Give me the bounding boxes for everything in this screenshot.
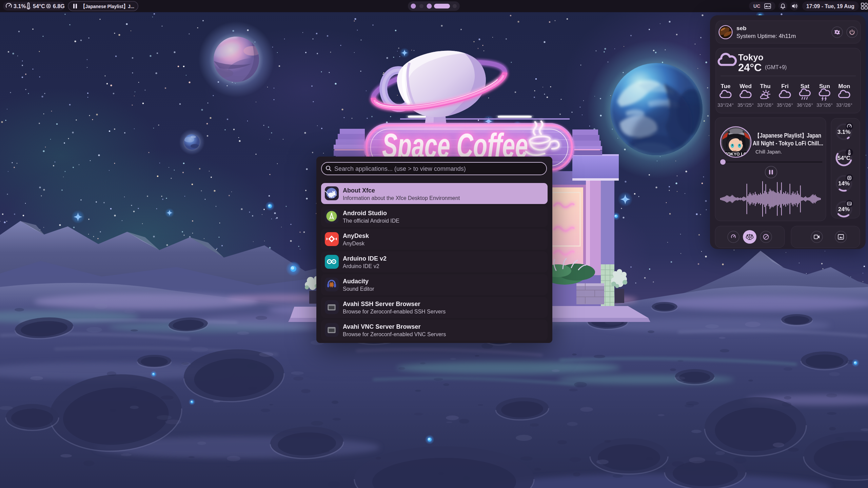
svg-text:seb: seb xyxy=(736,25,746,32)
svg-text:Fri: Fri xyxy=(781,83,789,89)
svg-text:(GMT+9): (GMT+9) xyxy=(765,64,787,70)
svg-text:54°C: 54°C xyxy=(33,3,45,9)
svg-text:Thu: Thu xyxy=(760,83,770,89)
svg-text:33°/26°: 33°/26° xyxy=(757,102,773,108)
svg-text:Audacity: Audacity xyxy=(343,278,369,285)
svg-text:About Xfce: About Xfce xyxy=(343,187,375,194)
svg-text:System Uptime: 4h11m: System Uptime: 4h11m xyxy=(736,33,796,39)
svg-text:6.8G: 6.8G xyxy=(53,3,65,9)
svg-text:Arduino IDE v2: Arduino IDE v2 xyxy=(343,263,379,269)
svg-text:【Japanese Playlist】Japan: 【Japanese Playlist】Japan xyxy=(755,132,821,139)
svg-text:Browse for Zeroconf-enabled SS: Browse for Zeroconf-enabled SSH Servers xyxy=(343,309,446,314)
svg-text:17:09 - Tue, 19 Aug: 17:09 - Tue, 19 Aug xyxy=(806,3,854,9)
svg-text:Browse for Zeroconf-enabled VN: Browse for Zeroconf-enabled VNC Servers xyxy=(343,331,446,337)
svg-text:3.1%: 3.1% xyxy=(837,129,851,135)
svg-text:33°/26°: 33°/26° xyxy=(836,102,852,108)
svg-text:14%: 14% xyxy=(838,180,850,187)
svg-text:AnyDesk: AnyDesk xyxy=(343,232,369,239)
svg-text:Chill Japan.: Chill Japan. xyxy=(755,149,782,155)
svg-text:Sun: Sun xyxy=(819,83,830,89)
svg-text:Tokyo: Tokyo xyxy=(738,52,764,62)
svg-text:Search applications... (use >: Search applications... (use > to view co… xyxy=(334,165,466,172)
svg-text:33°/26°: 33°/26° xyxy=(816,102,833,108)
svg-text:The official Android IDE: The official Android IDE xyxy=(343,218,399,224)
svg-text:3.1%: 3.1% xyxy=(14,3,26,9)
svg-text:All Night - Tokyo LoFi Chill..: All Night - Tokyo LoFi Chill... xyxy=(753,140,823,147)
svg-text:Android Studio: Android Studio xyxy=(343,210,387,217)
svg-text:【Japanese Playlist】J...: 【Japanese Playlist】J... xyxy=(81,3,134,9)
svg-text:33°/24°: 33°/24° xyxy=(717,102,734,108)
svg-text:35°/26°: 35°/26° xyxy=(777,102,793,108)
svg-text:Mon: Mon xyxy=(839,83,850,89)
svg-text:54°C: 54°C xyxy=(837,155,850,161)
svg-text:24%: 24% xyxy=(838,206,850,212)
svg-text:Sound Editor: Sound Editor xyxy=(343,286,374,292)
svg-text:Avahi SSH Server Browser: Avahi SSH Server Browser xyxy=(343,301,420,307)
svg-text:36°/26°: 36°/26° xyxy=(797,102,813,108)
svg-text:Tue: Tue xyxy=(721,83,731,89)
svg-text:Sat: Sat xyxy=(801,83,810,89)
svg-text:UC: UC xyxy=(753,3,760,9)
svg-text:24°C: 24°C xyxy=(738,62,762,74)
svg-text:AnyDesk: AnyDesk xyxy=(343,241,365,246)
svg-text:Wed: Wed xyxy=(739,83,752,89)
svg-text:35°/25°: 35°/25° xyxy=(737,102,754,108)
svg-text:Information about the Xfce Des: Information about the Xfce Desktop Envir… xyxy=(343,195,460,201)
svg-text:Avahi VNC Server Browser: Avahi VNC Server Browser xyxy=(343,323,420,330)
svg-text:Arduino IDE v2: Arduino IDE v2 xyxy=(343,255,387,262)
